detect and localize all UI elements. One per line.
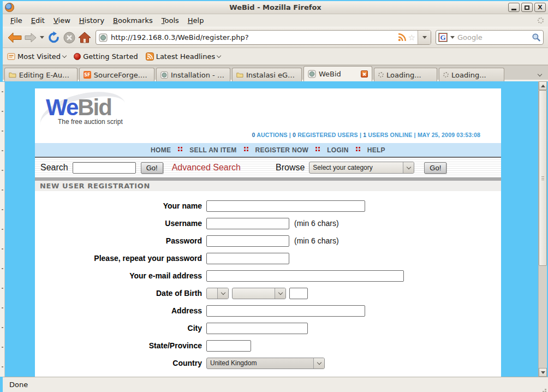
tab-label: SourceForge.n... — [94, 71, 150, 79]
back-forward-dropdown[interactable] — [39, 36, 45, 39]
search-label: Search — [40, 163, 68, 173]
city-input[interactable] — [206, 323, 308, 334]
tab-editing-e-auction[interactable]: Editing E-Aucti... — [4, 68, 78, 81]
auctions-label: AUCTIONS — [257, 132, 287, 138]
web-search-input[interactable]: Google — [457, 33, 530, 41]
menu-help[interactable]: Help — [183, 15, 209, 26]
search-go-button[interactable]: Go! — [141, 162, 163, 174]
bookmark-star-icon[interactable]: ☆ — [408, 33, 415, 43]
webid-logo[interactable]: WeBid — [46, 96, 501, 119]
browse-go-button[interactable]: Go! — [424, 162, 446, 174]
dob-year-input[interactable] — [289, 288, 308, 299]
tab-installation[interactable]: Installation - W... — [156, 68, 230, 81]
rss-feed-icon[interactable] — [398, 33, 406, 41]
scroll-up-button[interactable] — [539, 81, 547, 90]
menu-view[interactable]: View — [49, 15, 75, 26]
password-input[interactable] — [206, 235, 289, 247]
country-select-value: United Kingdom — [207, 358, 313, 369]
bookmark-label: Most Visited — [17, 52, 61, 61]
bookmark-most-visited[interactable]: Most Visited — [7, 52, 66, 61]
page-header: WeBid The free auction script 0 AUCTIONS… — [35, 88, 501, 143]
stats-separator: | — [414, 132, 416, 138]
tab-list-dropdown[interactable] — [533, 68, 546, 81]
url-bar[interactable]: http://192.168.0.3/WeBid/register.php? ☆ — [96, 30, 431, 45]
tab-bar: Editing E-Aucti... SF SourceForge.n... I… — [3, 65, 548, 81]
reload-button[interactable] — [47, 31, 61, 44]
dob-month-select[interactable] — [232, 288, 286, 299]
chevron-up-icon — [541, 85, 545, 87]
stats-separator: | — [289, 132, 291, 138]
nav-sell-an-item[interactable]: SELL AN ITEM — [189, 146, 236, 154]
tab-label: Editing E-Aucti... — [19, 71, 73, 79]
tab-sourceforge[interactable]: SF SourceForge.n... — [79, 68, 154, 81]
form-row-password: Password (min 6 chars) — [35, 232, 501, 250]
scroll-down-button[interactable] — [539, 368, 547, 377]
chevron-down-icon — [422, 36, 427, 39]
tab-instalasi-egroupware[interactable]: Instalasi eGrou... — [232, 68, 302, 81]
username-input[interactable] — [206, 218, 289, 229]
vertical-scrollbar[interactable] — [538, 81, 547, 377]
menu-edit[interactable]: Edit — [27, 15, 49, 26]
advanced-search-link[interactable]: Advanced Search — [172, 163, 241, 173]
password-note: (min 6 chars) — [294, 236, 339, 245]
url-input[interactable]: http://192.168.0.3/WeBid/register.php? — [108, 33, 398, 41]
minimize-button[interactable] — [508, 3, 520, 12]
nav-separator-icon — [244, 147, 248, 151]
navigation-toolbar: http://192.168.0.3/WeBid/register.php? ☆… — [3, 27, 548, 48]
google-engine-icon[interactable]: G — [438, 33, 448, 42]
menu-history[interactable]: History — [75, 15, 109, 26]
reload-icon — [47, 31, 61, 44]
dob-day-select[interactable] — [206, 288, 229, 299]
window-title: WeBid - Mozilla Firefox — [3, 3, 548, 11]
scrollbar-thumb[interactable] — [539, 90, 547, 266]
most-visited-folder-icon — [7, 52, 15, 60]
nav-help[interactable]: HELP — [367, 146, 385, 154]
menu-file[interactable]: File — [6, 15, 27, 26]
form-row-date-of-birth: Date of Birth — [35, 284, 501, 302]
web-search-box[interactable]: G Google — [436, 30, 544, 45]
repeat-password-input[interactable] — [206, 253, 289, 264]
tab-label: Loading... — [386, 71, 421, 79]
close-button[interactable]: X — [534, 3, 546, 12]
bookmark-getting-started[interactable]: Getting Started — [74, 52, 138, 61]
back-button[interactable] — [7, 32, 22, 44]
chevron-down-icon — [275, 288, 285, 299]
site-stats: 0 AUCTIONS | 0 REGISTERED USERS | 1 USER… — [252, 132, 480, 138]
chevron-down-icon[interactable] — [450, 36, 455, 39]
url-history-dropdown[interactable] — [418, 31, 431, 44]
bookmark-latest-headlines[interactable]: Latest Headlines — [146, 52, 221, 61]
nav-home[interactable]: HOME — [151, 146, 171, 154]
state-province-input[interactable] — [206, 340, 251, 352]
home-button[interactable] — [78, 32, 91, 43]
country-select[interactable]: United Kingdom — [206, 358, 325, 369]
sourceforge-icon: SF — [84, 71, 91, 79]
nav-login[interactable]: LOGIN — [327, 146, 349, 154]
stop-icon — [63, 31, 76, 44]
form-row-country: Country United Kingdom — [35, 354, 501, 372]
registration-heading: NEW USER REGISTRATION — [35, 177, 501, 191]
chevron-down-icon — [403, 162, 414, 173]
globe-favicon-icon — [160, 71, 168, 79]
bookmark-label: Getting Started — [83, 52, 138, 61]
search-magnifier-icon[interactable] — [532, 33, 541, 42]
maximize-button[interactable] — [521, 3, 533, 12]
scrollbar-track[interactable] — [539, 266, 547, 368]
titlebar[interactable]: WeBid - Mozilla Firefox X — [3, 1, 548, 14]
address-input[interactable] — [206, 305, 365, 317]
resize-grip[interactable] — [545, 389, 546, 390]
email-input[interactable] — [206, 270, 404, 282]
menu-bookmarks[interactable]: Bookmarks — [109, 15, 157, 26]
server-datetime: MAY 25, 2009 03:53:08 — [418, 132, 480, 138]
search-input[interactable] — [73, 162, 136, 174]
tab-loading-2[interactable]: Loading... — [439, 68, 504, 81]
your-name-input[interactable] — [206, 200, 365, 212]
stop-button[interactable] — [63, 31, 76, 44]
nav-register-now[interactable]: REGISTER NOW — [255, 146, 309, 154]
tab-loading-1[interactable]: Loading... — [374, 68, 437, 81]
browse-label: Browse — [276, 163, 305, 173]
menu-tools[interactable]: Tools — [157, 15, 183, 26]
tab-webid-active[interactable]: WeBid — [303, 66, 372, 81]
category-select[interactable]: Select your category — [309, 162, 414, 174]
forward-button[interactable] — [25, 33, 37, 43]
tab-close-icon[interactable] — [361, 70, 368, 78]
